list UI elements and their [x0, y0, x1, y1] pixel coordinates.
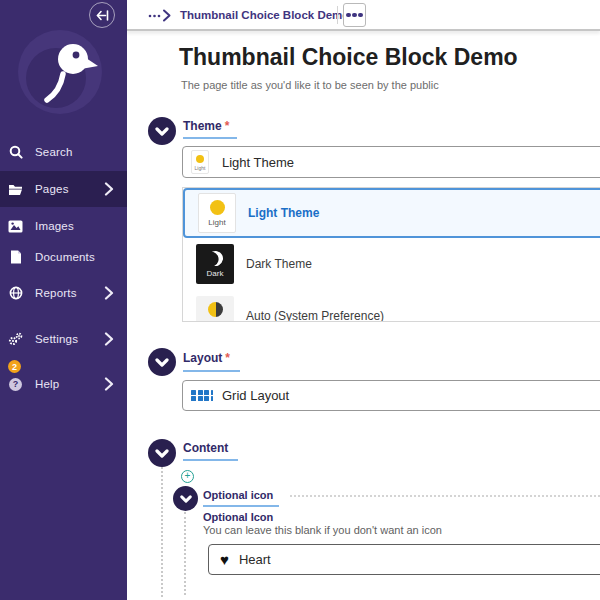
dark-theme-thumbnail: Dark — [196, 244, 234, 284]
group-dotted-divider — [290, 495, 600, 497]
sidebar-item-label: Help — [35, 378, 59, 390]
menu-dot-icon — [346, 13, 351, 18]
theme-select-value: Light Theme — [222, 155, 294, 170]
breadcrumb-ellipsis-icon[interactable] — [147, 7, 173, 27]
layout-field-label: Layout* — [183, 351, 230, 365]
search-icon — [8, 145, 23, 160]
app-logo[interactable] — [18, 30, 102, 114]
optional-icon-select[interactable]: ♥ Heart — [208, 544, 600, 575]
content-field-label: Content — [183, 441, 228, 455]
optional-icon-group-toggle[interactable] — [173, 486, 198, 511]
moon-icon — [206, 249, 225, 268]
theme-label-underline — [183, 137, 237, 139]
sidebar-item-label: Reports — [35, 287, 77, 299]
theme-option-label: Light Theme — [248, 206, 319, 220]
theme-section-toggle[interactable] — [148, 117, 176, 145]
breadcrumb-title[interactable]: Thumbnail Choice Block Demo — [180, 9, 349, 21]
grid-layout-icon — [191, 390, 213, 402]
menu-dot-icon — [358, 13, 363, 18]
chevron-right-icon — [104, 286, 114, 300]
image-icon — [8, 219, 23, 234]
bird-logo-icon — [18, 30, 102, 114]
theme-option-light[interactable]: Light Light Theme — [183, 188, 600, 238]
sidebar-item-label: Images — [35, 220, 74, 232]
sidebar-item-help[interactable]: ? Help — [0, 367, 127, 401]
chevron-right-icon — [104, 377, 114, 391]
theme-option-label: Dark Theme — [246, 257, 312, 271]
content-section-toggle[interactable] — [148, 439, 176, 467]
gears-icon — [8, 332, 23, 347]
chevron-down-icon — [180, 495, 192, 503]
optional-icon-connector-line — [184, 512, 186, 595]
theme-select[interactable]: Light Light Theme — [182, 146, 600, 178]
sidebar-search-label: Search — [35, 146, 73, 158]
chevron-down-icon — [155, 127, 169, 136]
layout-label-underline — [183, 370, 240, 372]
sidebar-item-images[interactable]: Images — [0, 209, 127, 243]
sidebar-item-pages[interactable]: Pages — [0, 171, 127, 207]
chevron-right-icon — [104, 182, 114, 196]
help-notification-badge: 2 — [8, 360, 21, 373]
theme-option-auto[interactable]: Auto Auto (System Preference) — [183, 290, 600, 322]
optional-icon-help-text: You can leave this blank if you don't wa… — [203, 524, 442, 536]
half-sun-icon — [208, 302, 223, 317]
required-asterisk: * — [225, 119, 230, 133]
theme-option-label: Auto (System Preference) — [246, 309, 384, 322]
page-subtitle: The page title as you'd like it to be se… — [181, 79, 439, 91]
app-window: Search Pages Images — [0, 0, 600, 600]
sidebar-item-documents[interactable]: Documents — [0, 240, 127, 274]
sidebar-item-label: Settings — [35, 333, 78, 345]
optional-icon-field-label: Optional Icon — [203, 511, 273, 523]
sidebar-item-label: Pages — [35, 183, 69, 195]
theme-value-thumbnail: Light — [191, 150, 209, 174]
content-connector-line — [161, 467, 163, 597]
theme-option-dark[interactable]: Dark Dark Theme — [183, 238, 600, 290]
sun-icon — [196, 155, 204, 163]
theme-options-listbox: Light Light Theme Dark Dark Theme Auto A… — [182, 187, 600, 322]
sidebar: Search Pages Images — [0, 0, 127, 600]
chevron-down-icon — [155, 449, 169, 458]
content-label-underline — [183, 459, 238, 461]
required-asterisk: * — [225, 351, 230, 365]
sidebar-item-label: Documents — [35, 251, 95, 263]
chevron-right-icon — [104, 332, 114, 346]
sidebar-search[interactable]: Search — [0, 139, 127, 165]
sidebar-item-settings[interactable]: Settings — [0, 322, 127, 356]
globe-icon — [8, 286, 23, 301]
optional-icon-select-value: Heart — [239, 552, 271, 567]
admin-topbar: Thumbnail Choice Block Demo — [127, 0, 600, 31]
layout-select[interactable]: Grid Layout — [182, 380, 600, 411]
add-content-item-button[interactable]: + — [181, 470, 194, 483]
collapse-sidebar-icon — [95, 8, 110, 23]
heart-icon: ♥ — [220, 552, 229, 567]
page-title: Thumbnail Choice Block Demo — [179, 44, 518, 71]
chevron-down-icon — [155, 358, 169, 367]
optional-icon-group-label: Optional icon — [203, 489, 273, 501]
auto-theme-thumbnail: Auto — [196, 296, 234, 322]
layout-select-value: Grid Layout — [222, 388, 289, 403]
optional-icon-label-underline — [203, 505, 279, 507]
topbar-divider — [337, 6, 338, 24]
question-icon: ? — [8, 377, 23, 392]
document-icon — [8, 250, 23, 265]
sun-icon — [210, 200, 225, 215]
context-menu-button[interactable] — [343, 3, 366, 27]
sidebar-item-reports[interactable]: Reports — [0, 276, 127, 310]
menu-dot-icon — [352, 13, 357, 18]
folder-icon — [8, 182, 23, 197]
layout-section-toggle[interactable] — [148, 348, 176, 376]
light-theme-thumbnail: Light — [198, 193, 236, 233]
collapse-sidebar-button[interactable] — [89, 2, 115, 28]
theme-field-label: Theme* — [183, 119, 229, 133]
